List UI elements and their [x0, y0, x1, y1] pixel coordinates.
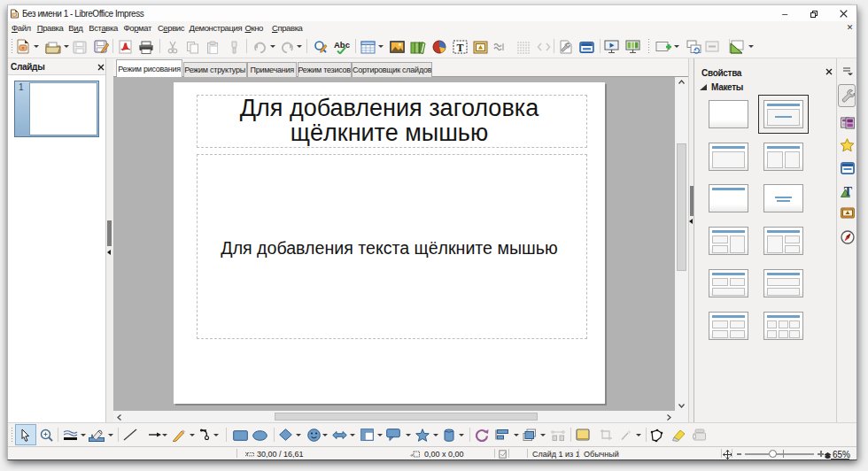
svg-text:T: T: [456, 42, 463, 54]
svg-text:Abc: Abc: [334, 40, 350, 50]
svg-text:T: T: [843, 185, 852, 197]
